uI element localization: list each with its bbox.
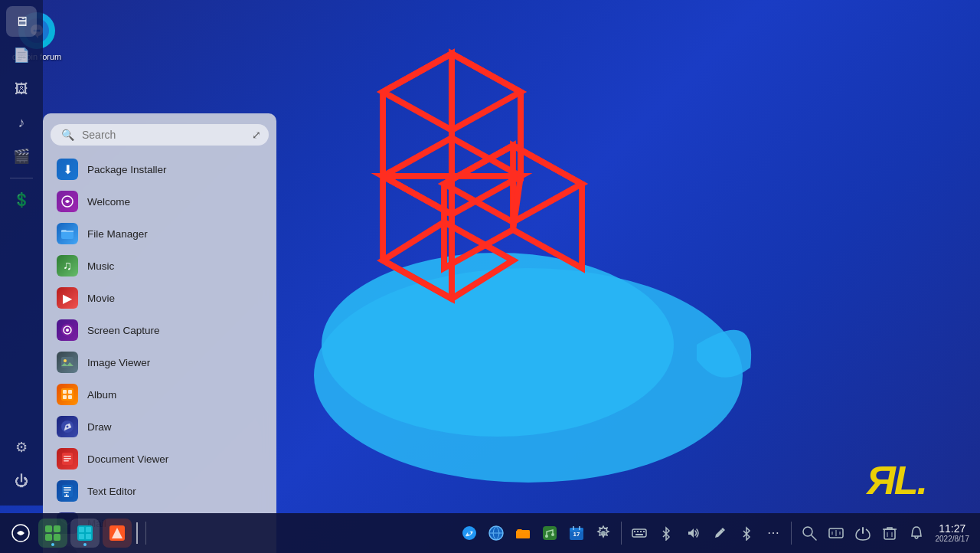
svg-rect-37 bbox=[64, 487, 71, 489]
svg-rect-71 bbox=[640, 531, 642, 532]
taskbar-app-extra[interactable] bbox=[103, 519, 132, 548]
taskbar-launcher-button[interactable] bbox=[6, 519, 35, 548]
screen-capture-label: Screen Capture bbox=[87, 325, 160, 336]
svg-point-31 bbox=[67, 426, 69, 428]
taskbar-calendar-icon[interactable]: 17 bbox=[564, 521, 589, 545]
left-sidebar: 🖥 📄 🖼 ♪ 🎬 💲 ⚙ ⏻ bbox=[0, 0, 43, 506]
welcome-icon bbox=[57, 191, 78, 212]
music-label: Music bbox=[87, 260, 114, 272]
desktop-illustration bbox=[283, 46, 789, 521]
taskbar-ime-icon[interactable] bbox=[824, 521, 848, 545]
taskbar-paint-icon[interactable] bbox=[457, 521, 482, 545]
file-manager-icon bbox=[57, 223, 78, 244]
sidebar-icon-image[interactable]: 🖼 bbox=[6, 74, 37, 104]
svg-point-1 bbox=[322, 253, 674, 437]
app-item-draw[interactable]: Draw bbox=[51, 411, 269, 443]
svg-rect-50 bbox=[86, 527, 91, 532]
svg-point-22 bbox=[66, 329, 69, 332]
svg-rect-60 bbox=[543, 526, 557, 540]
taskbar: 17 bbox=[0, 513, 980, 553]
taskbar-volume-icon[interactable] bbox=[681, 521, 705, 545]
app-item-image-viewer[interactable]: Image Viewer bbox=[51, 346, 269, 378]
app-launcher: 🔍 ⤢ ⬇ Package Installer Welcome File Man… bbox=[43, 113, 276, 553]
app-item-music[interactable]: ♫ Music bbox=[51, 250, 269, 282]
svg-rect-27 bbox=[68, 390, 72, 394]
taskbar-pen-icon[interactable] bbox=[707, 521, 732, 545]
svg-rect-34 bbox=[64, 458, 71, 460]
welcome-label: Welcome bbox=[87, 196, 130, 208]
sidebar-icon-document[interactable]: 📄 bbox=[6, 40, 37, 70]
clock-date: 2022/8/17 bbox=[936, 535, 970, 544]
app-item-text-editor[interactable]: Text Editor bbox=[51, 475, 269, 507]
svg-rect-44 bbox=[45, 525, 52, 532]
svg-rect-38 bbox=[64, 489, 71, 491]
taskbar-music-icon[interactable] bbox=[537, 521, 562, 545]
clock-time: 11:27 bbox=[939, 522, 965, 535]
svg-rect-70 bbox=[637, 531, 639, 532]
svg-rect-51 bbox=[79, 534, 84, 539]
search-icon: 🔍 bbox=[61, 129, 74, 141]
taskbar-trash-icon[interactable] bbox=[877, 521, 902, 545]
svg-rect-49 bbox=[79, 527, 84, 532]
taskbar-app-grid[interactable] bbox=[38, 519, 67, 548]
taskbar-bluetooth-icon[interactable] bbox=[654, 521, 678, 545]
svg-point-62 bbox=[551, 533, 554, 536]
taskbar-settings-icon[interactable] bbox=[591, 521, 616, 545]
svg-point-56 bbox=[468, 532, 471, 535]
taskbar-keyboard-icon[interactable] bbox=[627, 521, 652, 545]
svg-rect-69 bbox=[634, 531, 635, 532]
sidebar-icon-music[interactable]: ♪ bbox=[6, 107, 37, 138]
svg-rect-73 bbox=[635, 534, 643, 535]
album-icon bbox=[57, 384, 78, 405]
app-item-album[interactable]: Album bbox=[51, 378, 269, 411]
text-editor-label: Text Editor bbox=[87, 486, 136, 497]
taskbar-bell-icon[interactable] bbox=[904, 521, 929, 545]
app-item-screen-capture[interactable]: Screen Capture bbox=[51, 314, 269, 346]
taskbar-bt2-icon[interactable] bbox=[734, 521, 759, 545]
image-viewer-icon bbox=[57, 352, 78, 373]
svg-rect-81 bbox=[884, 529, 895, 539]
svg-rect-28 bbox=[63, 395, 67, 399]
taskbar-divider-mid bbox=[621, 522, 622, 545]
svg-text:17: 17 bbox=[573, 531, 580, 538]
svg-rect-72 bbox=[643, 531, 645, 532]
sidebar-icon-film[interactable]: 🎬 bbox=[6, 141, 37, 172]
svg-rect-39 bbox=[64, 492, 69, 493]
app-item-package-installer[interactable]: ⬇ Package Installer bbox=[51, 153, 269, 185]
taskbar-more-icon[interactable]: ⋯ bbox=[761, 521, 786, 545]
search-bar: 🔍 ⤢ bbox=[51, 124, 269, 146]
taskbar-search-icon[interactable] bbox=[797, 521, 822, 545]
svg-point-61 bbox=[545, 535, 548, 538]
taskbar-folder-icon[interactable] bbox=[511, 521, 535, 545]
image-viewer-label: Image Viewer bbox=[87, 357, 150, 368]
file-manager-label: File Manager bbox=[87, 228, 148, 240]
taskbar-divider-left bbox=[145, 522, 146, 545]
svg-rect-68 bbox=[632, 529, 646, 537]
expand-button[interactable]: ⤢ bbox=[252, 129, 261, 141]
movie-label: Movie bbox=[87, 293, 115, 304]
svg-rect-46 bbox=[45, 534, 52, 541]
app-item-document-viewer[interactable]: Document Viewer bbox=[51, 443, 269, 475]
app-item-movie[interactable]: ▶ Movie bbox=[51, 282, 269, 314]
taskbar-browser-icon[interactable] bbox=[484, 521, 508, 545]
taskbar-power-icon[interactable] bbox=[851, 521, 875, 545]
taskbar-app-terminal[interactable] bbox=[70, 519, 100, 548]
screen-capture-icon bbox=[57, 319, 78, 341]
search-input[interactable] bbox=[79, 129, 258, 141]
sidebar-icon-monitor[interactable]: 🖥 bbox=[6, 6, 37, 37]
svg-rect-26 bbox=[63, 390, 67, 394]
package-installer-icon: ⬇ bbox=[57, 159, 78, 180]
app-item-file-manager[interactable]: File Manager bbox=[51, 218, 269, 250]
sidebar-icon-settings[interactable]: ⚙ bbox=[6, 432, 37, 463]
svg-rect-52 bbox=[86, 534, 91, 539]
svg-rect-45 bbox=[54, 525, 60, 532]
taskbar-clock[interactable]: 11:27 2022/8/17 bbox=[931, 521, 975, 546]
album-label: Album bbox=[87, 389, 116, 401]
rl-logo: ЯL. bbox=[867, 457, 926, 503]
app-item-welcome[interactable]: Welcome bbox=[51, 185, 269, 218]
taskbar-divider-right bbox=[791, 522, 792, 545]
sidebar-icon-power[interactable]: ⏻ bbox=[6, 466, 37, 496]
document-viewer-label: Document Viewer bbox=[87, 453, 168, 465]
svg-point-75 bbox=[803, 527, 812, 536]
sidebar-icon-currency[interactable]: 💲 bbox=[6, 185, 37, 215]
